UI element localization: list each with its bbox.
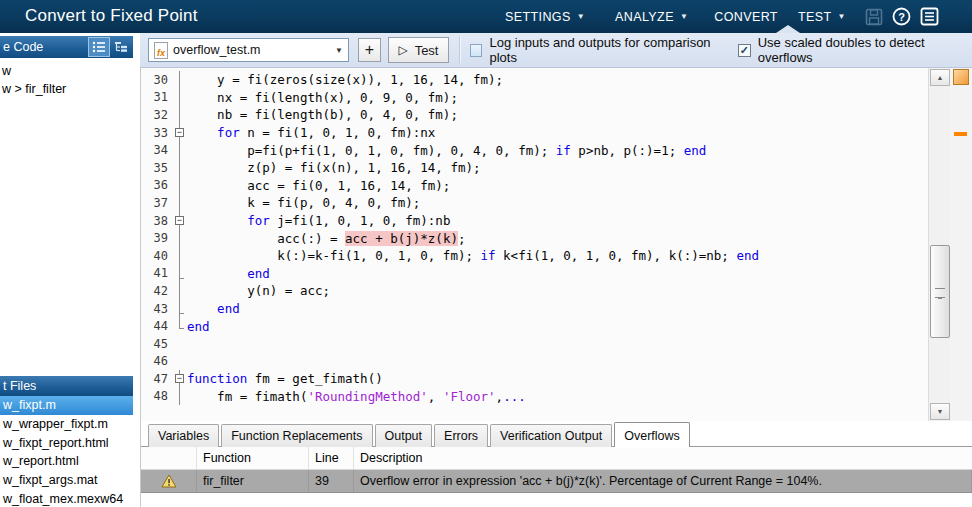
test-button[interactable]: ▷ Test xyxy=(388,37,449,63)
entry-point-file-selector[interactable]: fx overflow_test.m ▼ xyxy=(148,38,349,62)
line-number: 39 xyxy=(141,231,173,245)
log-inputs-checkbox[interactable] xyxy=(470,44,482,57)
menu-label: TEST xyxy=(798,10,832,24)
code-line-48[interactable]: 48 fm = fimath('RoundingMethod', 'Floor'… xyxy=(141,388,928,406)
tab-errors[interactable]: Errors xyxy=(434,424,488,447)
code-text: k = fi(p, 0, 4, 0, fm); xyxy=(187,195,420,210)
code-fold-guide xyxy=(173,353,187,371)
code-line-38[interactable]: 38− for j=fi(1, 0, 1, 0, fm):nb xyxy=(141,212,928,230)
window-icons: ? xyxy=(865,0,939,33)
code-fold-icon[interactable]: − xyxy=(173,370,187,388)
code-editor: 30 y = fi(zeros(size(x)), 1, 16, 14, fm)… xyxy=(140,68,972,421)
analyzer-summary-icon[interactable] xyxy=(953,69,969,85)
file-item[interactable]: w_report.html xyxy=(0,452,133,471)
code-line-36[interactable]: 36 acc = fi(0, 1, 16, 14, fm); xyxy=(141,177,928,195)
code-text: k(:)=k-fi(1, 0, 1, 0, fm); if k<fi(1, 0,… xyxy=(187,248,759,263)
code-line-40[interactable]: 40 k(:)=k-fi(1, 0, 1, 0, fm); if k<fi(1,… xyxy=(141,247,928,265)
file-item[interactable]: w_fixpt_report.html xyxy=(0,434,133,453)
file-item[interactable]: w_fixpt_args.mat xyxy=(0,471,133,490)
code-line-46[interactable]: 46 xyxy=(141,353,928,371)
code-text: fm = fimath('RoundingMethod', 'Floor',..… xyxy=(187,389,526,404)
file-item[interactable]: w_fixpt.m xyxy=(0,396,133,415)
menu-label: SETTINGS xyxy=(505,10,571,24)
code-line-35[interactable]: 35 z(p) = fi(x(n), 1, 16, 14, fm); xyxy=(141,159,928,177)
menu-label: ANALYZE xyxy=(615,10,674,24)
tab-function-replacements[interactable]: Function Replacements xyxy=(221,424,372,447)
tab-output[interactable]: Output xyxy=(375,424,433,447)
code-line-47[interactable]: 47−function fm = get_fimath() xyxy=(141,370,928,388)
line-number: 31 xyxy=(141,90,173,104)
line-number: 34 xyxy=(141,143,173,157)
function-column-header: Function xyxy=(197,447,309,469)
overflow-line-marker[interactable] xyxy=(954,132,967,136)
code-fold-guide xyxy=(173,247,187,265)
code-line-41[interactable]: 41 end xyxy=(141,265,928,283)
file-item[interactable]: w_float_mex.mexw64 xyxy=(0,490,133,507)
save-icon[interactable] xyxy=(865,8,883,26)
play-icon: ▷ xyxy=(398,43,407,57)
editor-scrollbar[interactable]: ▲ ▼ xyxy=(928,68,950,421)
scroll-down-icon[interactable]: ▼ xyxy=(930,403,950,420)
scaled-doubles-checkbox[interactable]: ✓ xyxy=(738,44,750,57)
code-line-30[interactable]: 30 y = fi(zeros(size(x)), 1, 16, 14, fm)… xyxy=(141,71,928,89)
line-number: 48 xyxy=(141,389,173,403)
main-toolbar: fx overflow_test.m ▼ + ▷ Test Log inputs… xyxy=(140,33,972,68)
table-row[interactable]: fir_filter39Overflow error in expression… xyxy=(141,470,972,493)
code-fold-guide xyxy=(173,194,187,212)
code-text: p=fi(p+fi(1, 0, 1, 0, fm), 0, 4, 0, fm);… xyxy=(187,143,706,158)
menu-icon[interactable] xyxy=(920,7,939,26)
scroll-up-icon[interactable]: ▲ xyxy=(930,69,950,86)
code-text: end xyxy=(187,266,270,281)
code-line-32[interactable]: 32 nb = fi(length(b), 0, 4, 0, fm); xyxy=(141,106,928,124)
list-view-icon[interactable] xyxy=(89,38,109,56)
code-fold-guide xyxy=(173,71,187,89)
menu-analyze[interactable]: ANALYZE▼ xyxy=(615,10,688,24)
file-item[interactable]: w_wrapper_fixpt.m xyxy=(0,415,133,434)
menu-test[interactable]: TEST▼ xyxy=(798,10,846,24)
source-tree: ww > fir_filter xyxy=(0,62,133,98)
code-text: nb = fi(length(b), 0, 4, 0, fm); xyxy=(187,107,458,122)
code-fold-guide xyxy=(173,177,187,195)
code-fold-icon[interactable]: − xyxy=(173,212,187,230)
tab-verification-output[interactable]: Verification Output xyxy=(490,424,612,447)
line-number: 40 xyxy=(141,249,173,263)
code-fold-icon[interactable]: − xyxy=(173,124,187,142)
code-line-42[interactable]: 42 y(n) = acc; xyxy=(141,282,928,300)
add-file-button[interactable]: + xyxy=(358,38,381,62)
code-fold-guide xyxy=(173,89,187,107)
code-fold-guide xyxy=(173,317,187,335)
line-number: 41 xyxy=(141,266,173,280)
code-line-37[interactable]: 37 k = fi(p, 0, 4, 0, fm); xyxy=(141,194,928,212)
code-line-31[interactable]: 31 nx = fi(length(x), 0, 9, 0, fm); xyxy=(141,89,928,107)
convert-to-fixed-point-window: Convert to Fixed Point SETTINGS▼ANALYZE▼… xyxy=(0,0,972,507)
code-line-45[interactable]: 45 xyxy=(141,335,928,353)
view-toggle-icons xyxy=(89,38,133,56)
code-text: for n = fi(1, 0, 1, 0, fm):nx xyxy=(187,125,435,140)
code-line-34[interactable]: 34 p=fi(p+fi(1, 0, 1, 0, fm), 0, 4, 0, f… xyxy=(141,141,928,159)
line-number: 35 xyxy=(141,161,173,175)
selected-file-name: overflow_test.m xyxy=(173,43,330,57)
help-icon[interactable]: ? xyxy=(892,7,911,26)
menu-settings[interactable]: SETTINGS▼ xyxy=(505,10,585,24)
code-line-39[interactable]: 39 acc(:) = acc + b(j)*z(k); xyxy=(141,229,928,247)
menu-convert[interactable]: CONVERT xyxy=(714,10,778,24)
code-fold-guide xyxy=(173,229,187,247)
source-code-panel-header: e Code xyxy=(0,36,133,58)
scrollbar-thumb[interactable] xyxy=(930,245,950,338)
code-line-33[interactable]: 33− for n = fi(1, 0, 1, 0, fm):nx xyxy=(141,124,928,142)
scaled-doubles-label: Use scaled doubles to detect overflows xyxy=(758,35,972,65)
line-number: 43 xyxy=(141,302,173,316)
code-line-43[interactable]: 43 end xyxy=(141,300,928,318)
tab-variables[interactable]: Variables xyxy=(148,424,219,447)
description-column-header: Description xyxy=(354,447,972,469)
tree-view-icon[interactable] xyxy=(111,38,131,56)
code-line-44[interactable]: 44end xyxy=(141,317,928,335)
tree-item[interactable]: w xyxy=(0,62,133,80)
icon-column-header xyxy=(141,447,197,469)
line-number: 32 xyxy=(141,108,173,122)
tree-item[interactable]: w > fir_filter xyxy=(0,80,133,98)
tab-overflows[interactable]: Overflows xyxy=(614,422,690,447)
log-inputs-label: Log inputs and outputs for comparison pl… xyxy=(489,35,729,65)
line-number: 45 xyxy=(141,337,173,351)
bottom-panel: VariablesFunction ReplacementsOutputErro… xyxy=(140,421,972,507)
